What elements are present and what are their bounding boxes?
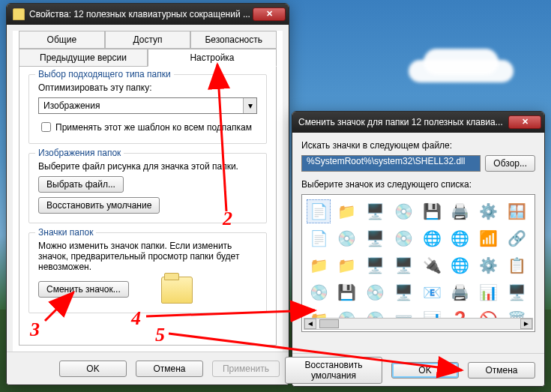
icon-item[interactable]: 🌐 (420, 226, 444, 250)
group-title: Значки папок (35, 227, 96, 238)
restore-defaults-button[interactable]: Восстановить умолчания (285, 357, 382, 384)
group-folder-type: Выбор подходящего типа папки Оптимизиров… (28, 74, 267, 144)
tab-access[interactable]: Доступ (105, 31, 191, 49)
icon-item[interactable]: 🖥️ (391, 253, 415, 277)
icon-item[interactable]: 💿 (391, 199, 415, 223)
icon-item[interactable]: 📄 (307, 226, 331, 250)
close-button[interactable]: ✕ (253, 7, 286, 21)
icon-item[interactable]: 💿 (364, 280, 388, 304)
change-icon-button[interactable]: Сменить значок... (38, 281, 129, 298)
group-title: Выбор подходящего типа папки (35, 69, 174, 79)
scroll-thumb[interactable] (319, 319, 339, 328)
group-folder-icons: Значки папок Можно изменить значок папки… (28, 232, 267, 313)
icon-item[interactable]: ⚙️ (477, 199, 501, 223)
combo-value: Изображения (39, 100, 243, 111)
icon-item[interactable]: 📁 (335, 199, 359, 223)
icon-item[interactable]: 🖥️ (364, 199, 388, 223)
folder-icon (13, 8, 25, 20)
ok-button[interactable]: OK (59, 361, 127, 377)
icon-item[interactable]: 🖨️ (448, 280, 472, 304)
window-title: Свойства: 12 полезных клавиатурных сокра… (29, 9, 253, 19)
icon-item[interactable]: 📧 (420, 280, 444, 304)
icon-item[interactable]: 🌐 (448, 253, 472, 277)
icon-item[interactable]: 🔗 (505, 226, 529, 250)
icon-item[interactable]: 📁 (335, 253, 359, 277)
optimize-combo[interactable]: Изображения ▾ (38, 97, 257, 114)
tab-previous-versions[interactable]: Предыдущие версии (19, 49, 148, 67)
icon-item[interactable]: 🖥️ (364, 253, 388, 277)
annotation-3: 3 (30, 319, 40, 341)
path-label: Искать значки в следующем файле: (301, 140, 535, 151)
scroll-left-arrow[interactable]: ◄ (304, 319, 316, 329)
browse-button[interactable]: Обзор... (485, 155, 535, 172)
annotation-2: 2 (223, 208, 232, 230)
icon-item[interactable]: 💾 (420, 199, 444, 223)
icon-item[interactable]: 🖨️ (448, 199, 472, 223)
ok-button[interactable]: OK (391, 362, 459, 379)
scroll-right-arrow[interactable]: ► (520, 319, 532, 329)
list-label: Выберите значок из следующего списка: (301, 179, 535, 190)
dialog-buttons: Восстановить умолчания OK Отмена (292, 353, 544, 386)
cancel-button[interactable]: Отмена (468, 362, 535, 379)
apply-subfolders-row[interactable]: Применять этот же шаблон ко всем подпапк… (38, 120, 257, 134)
change-icon-label: Можно изменить значок папки. Если измени… (38, 241, 257, 272)
properties-window: Свойства: 12 полезных клавиатурных сокра… (6, 3, 289, 385)
close-button[interactable]: ✕ (508, 115, 541, 129)
icon-item[interactable]: 💿 (335, 226, 359, 250)
tab-general[interactable]: Общие (19, 31, 105, 49)
icon-item[interactable]: 💾 (335, 280, 359, 304)
tab-customize[interactable]: Настройка (148, 49, 277, 67)
icon-item[interactable]: 💿 (307, 280, 331, 304)
dialog-buttons: OK Отмена Применить (7, 352, 289, 385)
choose-file-label: Выберите файл рисунка для значка этой па… (38, 161, 257, 172)
annotation-4: 4 (131, 307, 141, 330)
window-title: Сменить значок для папки 12 полезных кла… (298, 117, 508, 127)
icon-item[interactable]: 📄 (307, 199, 331, 223)
apply-subfolders-checkbox[interactable] (41, 122, 51, 132)
apply-button: Применить (212, 361, 280, 377)
icon-list[interactable]: 📄📁🖥️💿💾🖨️⚙️🪟📄💿🖥️💿🌐🌐📶🔗📁📁🖥️🖥️🔌🌐⚙️📋💿💾💿🖥️📧🖨️📊… (301, 194, 535, 332)
choose-file-button[interactable]: Выбрать файл... (38, 176, 124, 193)
icon-item[interactable]: 🖥️ (364, 226, 388, 250)
icon-item[interactable]: 🖥️ (505, 280, 529, 304)
icon-item[interactable]: 📊 (477, 280, 501, 304)
chevron-down-icon[interactable]: ▾ (243, 98, 256, 113)
tab-content: Выбор подходящего типа папки Оптимизиров… (19, 67, 277, 346)
icon-item[interactable]: ⚙️ (477, 253, 501, 277)
icon-item[interactable]: 📋 (505, 253, 529, 277)
icon-path-input[interactable]: %SystemRoot%\system32\SHELL32.dll (301, 155, 481, 172)
icon-item[interactable]: 💿 (391, 226, 415, 250)
horizontal-scrollbar[interactable]: ◄ ► (304, 318, 533, 330)
restore-default-button[interactable]: Восстановить умолчание (38, 197, 160, 214)
cancel-button[interactable]: Отмена (136, 361, 203, 377)
icon-item[interactable]: 📁 (307, 253, 331, 277)
icon-item[interactable]: 🌐 (448, 226, 472, 250)
icon-item[interactable]: 🖥️ (391, 280, 415, 304)
change-icon-window: Сменить значок для папки 12 полезных кла… (292, 111, 545, 387)
icon-item[interactable]: 🔌 (420, 253, 444, 277)
icon-item[interactable]: 🪟 (505, 199, 529, 223)
group-title: Изображения папок (35, 148, 124, 158)
optimize-label: Оптимизировать эту папку: (38, 82, 257, 93)
titlebar[interactable]: Свойства: 12 полезных клавиатурных сокра… (7, 4, 289, 25)
icon-item[interactable]: 📶 (477, 226, 501, 250)
tabs-row-1: Общие Доступ Безопасность (19, 31, 277, 49)
tab-security[interactable]: Безопасность (190, 31, 277, 49)
tabs-row-2: Предыдущие версии Настройка (19, 49, 277, 67)
titlebar[interactable]: Сменить значок для папки 12 полезных кла… (292, 112, 544, 133)
folder-preview-icon (161, 277, 193, 304)
apply-subfolders-label: Применять этот же шаблон ко всем подпапк… (55, 122, 252, 133)
annotation-5: 5 (155, 324, 165, 346)
